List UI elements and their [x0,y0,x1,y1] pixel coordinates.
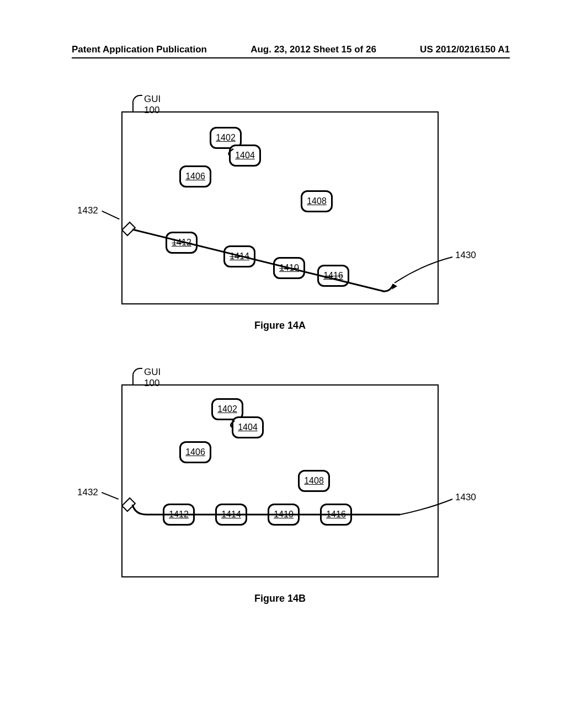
node-1414-b: 1414 [215,504,247,526]
label-1432-a: 1432 [77,205,98,216]
label-1430-b: 1430 [455,492,476,503]
header-rule [72,57,510,58]
node-1410-a: 1410 [273,257,305,279]
header-right: US 2012/0216150 A1 [420,44,510,55]
gui-leader-a [132,95,142,113]
header-left: Patent Application Publication [72,44,207,55]
node-1404-b: 1404 [232,416,264,438]
leader-1432-b [102,492,119,500]
header-middle: Aug. 23, 2012 Sheet 15 of 26 [250,44,376,55]
label-1430-a: 1430 [455,250,476,261]
node-1416-b: 1416 [320,504,352,526]
gui-leader-b [132,368,142,386]
node-1414-a: 1414 [223,245,255,267]
gui-box-b [121,384,439,577]
node-1406: 1406 [179,165,211,188]
leader-1432-a [102,211,120,220]
node-1410-b: 1410 [268,504,300,526]
node-1412-a: 1412 [166,232,198,254]
page-header: Patent Application Publication Aug. 23, … [0,44,565,58]
caption-14b: Figure 14B [69,593,491,604]
node-1408: 1408 [301,190,333,212]
node-1408-b: 1408 [298,470,330,492]
label-1432-b: 1432 [77,487,98,498]
caption-14a: Figure 14A [69,320,491,331]
node-1404: 1404 [229,144,261,167]
node-1406-b: 1406 [179,441,211,463]
node-1416-a: 1416 [317,265,349,287]
node-1412-b: 1412 [163,504,195,526]
